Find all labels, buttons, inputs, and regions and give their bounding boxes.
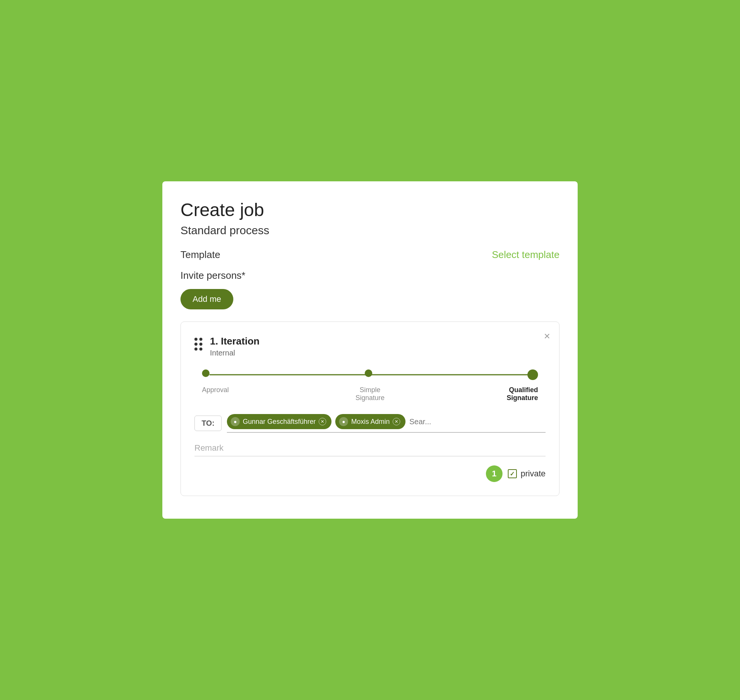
select-template-button[interactable]: Select template (492, 249, 560, 261)
drag-dot (199, 343, 202, 346)
close-button[interactable]: × (544, 331, 550, 342)
card-footer: 1 ✓ private (194, 465, 546, 482)
iteration-card: 1. Iteration Internal × Approval SimpleS… (180, 321, 560, 496)
invite-persons-label: Invite persons* (180, 270, 560, 281)
recipient-chip-gunnar: ● Gunnar Geschäftsführer ✕ (227, 414, 331, 429)
drag-dot (199, 338, 202, 341)
remove-moxis-button[interactable]: ✕ (393, 418, 400, 425)
track-labels: Approval SimpleSignature QualifiedSignat… (202, 386, 538, 402)
card-header: 1. Iteration Internal (194, 335, 546, 357)
iteration-subtitle: Internal (210, 349, 259, 357)
signature-track: Approval SimpleSignature QualifiedSignat… (194, 369, 546, 402)
track-dot-approval[interactable] (202, 369, 210, 377)
iteration-info: 1. Iteration Internal (210, 335, 259, 357)
drag-dot (194, 338, 197, 341)
track-label-qualified-signature: QualifiedSignature (426, 386, 538, 402)
page-container: Create job Standard process Template Sel… (162, 181, 578, 519)
template-label: Template (180, 249, 220, 261)
recipient-chip-moxis: ● Moxis Admin ✕ (335, 414, 405, 429)
private-checkbox[interactable]: ✓ (508, 469, 517, 478)
track-dot-simple-signature[interactable] (365, 369, 372, 377)
process-label: Standard process (180, 224, 560, 237)
recipient-name-moxis: Moxis Admin (351, 418, 390, 426)
drag-dot (199, 348, 202, 351)
person-icon: ● (339, 417, 348, 426)
track-line-wrapper (202, 369, 538, 380)
remark-label: Remark (194, 443, 546, 456)
person-icon: ● (231, 417, 240, 426)
track-label-simple-signature: SimpleSignature (314, 386, 426, 402)
drag-dot (194, 343, 197, 346)
page-title: Create job (180, 199, 560, 220)
remark-row: Remark (194, 443, 546, 456)
private-label: private (521, 469, 546, 479)
checkmark-icon: ✓ (510, 470, 515, 477)
track-dots (202, 369, 538, 380)
iteration-title: 1. Iteration (210, 335, 259, 347)
template-row: Template Select template (180, 249, 560, 261)
track-label-approval: Approval (202, 386, 314, 402)
drag-dot (194, 348, 197, 351)
recipient-name-gunnar: Gunnar Geschäftsführer (243, 418, 316, 426)
recipient-chips: ● Gunnar Geschäftsführer ✕ ● Moxis Admin… (227, 414, 546, 433)
remove-gunnar-button[interactable]: ✕ (319, 418, 326, 425)
badge-number: 1 (486, 465, 503, 482)
drag-handle[interactable] (194, 338, 202, 351)
to-label: TO: (194, 416, 222, 431)
to-row: TO: ● Gunnar Geschäftsführer ✕ ● Moxis A… (194, 414, 546, 433)
private-checkbox-label[interactable]: ✓ private (508, 469, 546, 479)
track-dot-qualified-signature[interactable] (527, 369, 538, 380)
recipient-search-input[interactable] (409, 417, 505, 426)
add-me-button[interactable]: Add me (180, 289, 233, 309)
